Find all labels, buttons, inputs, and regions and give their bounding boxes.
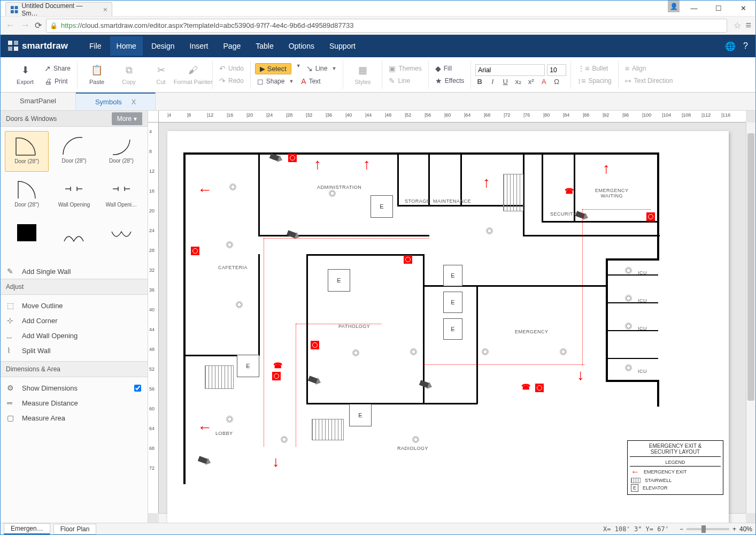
symbol-double-door-1[interactable] (52, 219, 96, 259)
symbol-door-3[interactable]: Door (28") (99, 131, 143, 172)
scrollbar-thumb[interactable] (747, 133, 754, 401)
add-corner-button[interactable]: ⊹Add Corner (1, 313, 148, 328)
menu-table[interactable]: Table (249, 36, 280, 56)
menu-page[interactable]: Page (217, 36, 248, 56)
menu-insert[interactable]: Insert (183, 36, 215, 56)
browser-menu-icon[interactable]: ≡ (745, 20, 751, 31)
nav-forward-icon[interactable]: → (20, 20, 30, 31)
cut-button[interactable]: ✂Cut (146, 63, 176, 86)
split-wall-button[interactable]: ⌇Split Wall (1, 343, 148, 358)
shape-button[interactable]: ◻Shape▼ (255, 76, 296, 87)
symbol-wall-opening-2[interactable]: Wall Openi… (99, 175, 143, 216)
page-tab-emergency[interactable]: Emergen… (4, 523, 50, 534)
font-color-button[interactable]: A (539, 78, 548, 86)
fire-alarm-icon (404, 255, 412, 264)
symbol-door-2[interactable]: Door (28") (52, 131, 96, 172)
ruler-horizontal: |4|8|12|16|20|24|28|32|36|40|44|48|52|56… (159, 111, 746, 123)
font-size-input[interactable] (547, 64, 566, 76)
menu-file[interactable]: File (83, 36, 108, 56)
zoom-slider[interactable] (686, 528, 729, 530)
move-outline-button[interactable]: ⬚Move Outline (1, 298, 148, 313)
zoom-out-icon[interactable]: − (680, 525, 683, 533)
add-single-wall-button[interactable]: ✎Add Single Wall (1, 264, 148, 279)
text-direction-button[interactable]: ↦Text Direction (623, 75, 675, 86)
text-button[interactable]: AText (299, 76, 322, 87)
spacing-icon: ↕≡ (577, 77, 585, 85)
show-dimensions-toggle[interactable]: ⚙Show Dimensions (1, 380, 148, 395)
superscript-button[interactable]: x² (527, 78, 535, 86)
measure-area-button[interactable]: ▢Measure Area (1, 410, 148, 425)
copy-button[interactable]: ⧉Copy (114, 63, 144, 86)
undo-button[interactable]: ↶Undo (217, 63, 246, 74)
menu-design[interactable]: Design (145, 36, 181, 56)
fill-button[interactable]: ◆Fill (433, 63, 466, 74)
styles-button[interactable]: ▦Styles (348, 63, 377, 86)
symbol-solid[interactable] (5, 219, 49, 259)
symbol-door-1[interactable]: Door (28") (5, 131, 49, 172)
globe-icon[interactable]: 🌐 (725, 41, 736, 51)
user-avatar-icon[interactable]: 👤 (668, 1, 680, 12)
page-tab-floorplan[interactable]: Floor Plan (53, 524, 97, 534)
zoom-control[interactable]: − + 40% (680, 525, 752, 533)
measure-distance-button[interactable]: ═Measure Distance (1, 395, 148, 410)
nav-back-icon[interactable]: ← (5, 20, 16, 31)
smartdraw-logo-icon (8, 41, 19, 51)
text-direction-icon: ↦ (625, 77, 631, 85)
app-logo[interactable]: smartdraw (8, 41, 68, 51)
gear-icon: ⚙ (7, 384, 17, 392)
chevron-down-icon: ▾ (134, 115, 137, 123)
paste-button[interactable]: 📋Paste (82, 63, 112, 86)
spacing-button[interactable]: ↕≡Spacing (575, 75, 614, 86)
label-lobby: LOBBY (215, 431, 233, 436)
effects-button[interactable]: ★Effects (433, 75, 466, 86)
browser-tab[interactable]: Untitled Document — Sm… × (5, 2, 112, 16)
tab-smartpanel[interactable]: SmartPanel (1, 93, 76, 110)
font-family-input[interactable] (475, 64, 545, 76)
legend-head: LEGEND (630, 458, 721, 467)
print-button[interactable]: 🖨Print (42, 76, 73, 87)
select-button[interactable]: ▶Select (255, 63, 291, 74)
menu-home[interactable]: Home (110, 36, 143, 56)
url-input[interactable]: 🔒 https://cloud.smartdraw.com/editor.asp… (46, 19, 727, 33)
symbol-door-4[interactable]: Door (28") (5, 175, 49, 216)
export-button[interactable]: ⬇Export (10, 63, 40, 87)
omega-button[interactable]: Ω (552, 78, 561, 86)
window-maximize-button[interactable]: ☐ (706, 1, 731, 17)
menu-options[interactable]: Options (282, 36, 321, 56)
bold-button[interactable]: B (475, 78, 484, 86)
themes-button[interactable]: ▣Themes (387, 63, 423, 74)
align-icon: ≡ (625, 64, 629, 73)
subscript-button[interactable]: x₂ (514, 78, 522, 86)
format-painter-button[interactable]: 🖌Format Painter (178, 63, 208, 86)
tab-symbols[interactable]: SymbolsX (76, 93, 156, 110)
symbol-wall-opening[interactable]: Wall Opening (52, 175, 96, 216)
window-minimize-button[interactable]: — (682, 1, 706, 17)
reload-icon[interactable]: ⟳ (35, 20, 42, 30)
align-button[interactable]: ≡Align (623, 63, 675, 74)
tab-close-icon[interactable]: × (103, 5, 107, 14)
redo-button[interactable]: ↷Redo (217, 75, 246, 86)
zoom-value: 40% (739, 525, 752, 533)
canvas[interactable]: |4|8|12|16|20|24|28|32|36|40|44|48|52|56… (148, 111, 755, 523)
svg-rect-7 (14, 47, 18, 51)
add-wall-opening-button[interactable]: ⎵Add Wall Opening (1, 328, 148, 343)
drawing-page[interactable]: ADMINISTRATION STORAGE MAINTENANCE SECUR… (167, 131, 729, 523)
label-security: SECURITY (550, 211, 577, 217)
line-button[interactable]: ↘Line▼ (304, 63, 339, 74)
close-icon[interactable]: X (132, 98, 136, 106)
underline-button[interactable]: U (501, 78, 510, 86)
line-style-button[interactable]: ✎Line (387, 75, 423, 86)
vertical-scrollbar[interactable] (746, 123, 755, 513)
italic-button[interactable]: I (488, 78, 497, 86)
menu-support[interactable]: Support (323, 36, 362, 56)
zoom-in-icon[interactable]: + (732, 525, 736, 533)
more-button[interactable]: More ▾ (112, 112, 142, 125)
show-dimensions-checkbox[interactable] (134, 385, 141, 392)
help-icon[interactable]: ? (743, 41, 748, 51)
window-close-button[interactable]: ✕ (731, 1, 755, 17)
symbol-double-door-2[interactable] (99, 219, 143, 259)
share-button[interactable]: ↗Share (42, 63, 73, 74)
bullet-button[interactable]: ⋮≡Bullet (575, 63, 614, 74)
bookmark-icon[interactable]: ☆ (734, 20, 741, 30)
select-dropdown-icon[interactable]: ▼ (296, 63, 301, 74)
